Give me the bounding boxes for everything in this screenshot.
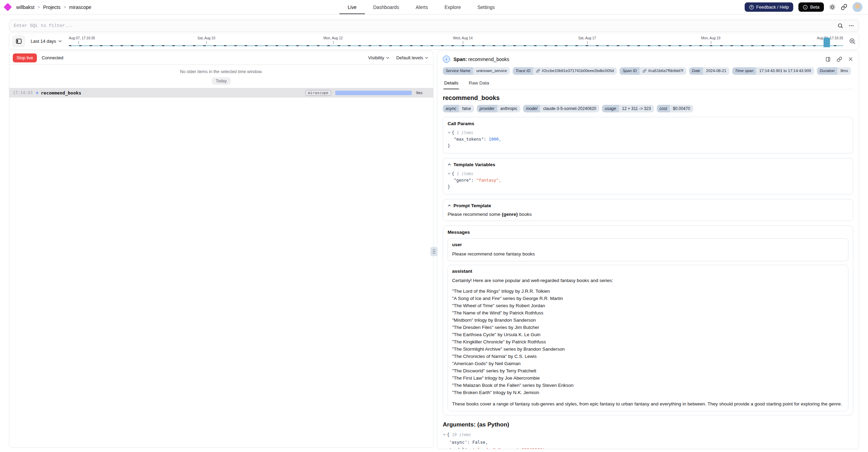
json-value: False, (472, 440, 488, 445)
book-line: "The Dresden Files" series by Jim Butche… (452, 324, 844, 331)
collapse-caret-up-icon[interactable] (448, 163, 451, 166)
collapse-caret-icon[interactable] (448, 172, 451, 175)
sql-filter-icons (837, 23, 854, 29)
section-title-text: Template Variables (453, 162, 495, 167)
arguments-json: {10 items 'async': False, 'model': 'clau… (443, 431, 853, 450)
collapse-caret-icon[interactable] (448, 131, 451, 134)
open-in-sidebar-icon[interactable] (825, 57, 831, 62)
book-list: "The Lord of the Rings" trilogy by J.R.R… (452, 288, 844, 396)
copy-link-icon[interactable] (837, 57, 842, 62)
json-key: "max_tokens": (454, 137, 486, 142)
book-line: "The First Law" trilogy by Joe Abercromb… (452, 374, 844, 382)
nav-tab-settings[interactable]: Settings (469, 0, 503, 14)
visibility-dropdown[interactable]: Visibility (368, 55, 389, 60)
span-function-heading: recommend_books (443, 94, 853, 102)
prompt-template-body: Please recommend some {genre} books (448, 212, 848, 217)
span-info-icon (443, 56, 450, 63)
span-level-diamond-icon: ◆ (36, 91, 39, 94)
project-badge: mirascope (305, 90, 331, 96)
json-line: {1 items (448, 171, 848, 177)
breadcrumb-projects[interactable]: Projects (43, 4, 61, 10)
link-icon (536, 69, 540, 73)
search-icon[interactable] (837, 23, 843, 29)
timeline-tick-label: Mon, Aug 12 (323, 36, 343, 40)
timeline-selection-handle[interactable] (824, 38, 830, 47)
book-line: "The Broken Earth" trilogy by N.K. Jemis… (452, 389, 844, 396)
nav-tab-explore[interactable]: Explore (436, 0, 469, 14)
tab-details[interactable]: Details (443, 80, 459, 89)
nav-tab-live[interactable]: Live (339, 0, 365, 14)
timeline-tick-label: Aug 07, 17:16:35 (69, 36, 95, 40)
user-avatar[interactable] (852, 2, 862, 12)
timeline-track[interactable]: Aug 07, 17:16:35 Sat, Aug 10 Mon, Aug 12… (69, 33, 846, 49)
timeline-tick-mark (206, 41, 207, 44)
attr-value: false (459, 105, 474, 112)
info-circle-icon (803, 5, 808, 10)
beta-label: Beta (810, 4, 819, 10)
attr-value: $0.00470 (670, 105, 693, 112)
json-items-note: 1 items (457, 130, 473, 135)
default-levels-label: Default levels (396, 55, 423, 60)
beta-button[interactable]: Beta (798, 2, 824, 12)
message-text: Please recommend some fantasy books (452, 250, 844, 258)
prompt-text: books (518, 212, 532, 217)
sidebar-toggle-button[interactable] (12, 35, 25, 47)
time-range-select[interactable]: Last 14 days (31, 39, 62, 44)
theme-toggle-icon[interactable] (829, 4, 836, 10)
question-circle-icon (749, 5, 754, 10)
meta-badge-trace-id: Trace ID #2ccbe10b91e371741b00eee2bdbc00… (513, 67, 617, 75)
chevron-right-icon: > (64, 5, 66, 10)
template-variables-title: Template Variables (448, 162, 848, 167)
book-line: "American Gods" by Neil Gaiman (452, 360, 844, 367)
attr-badge-provider: provider anthropic (477, 105, 521, 112)
nav-tab-dashboards[interactable]: Dashboards (365, 0, 408, 14)
message-role: assistant (452, 269, 844, 274)
timeline-bar: Last 14 days Aug 07, 17:16:35 Sat, Aug 1… (9, 33, 859, 50)
trace-duration-bar (335, 91, 412, 95)
json-line: {10 items (443, 431, 853, 439)
trace-row-recommend-books[interactable]: 17:14:43 ◆ recommend_books mirascope 9ms (9, 88, 433, 98)
template-variables-section: Template Variables {1 items "genre": "fa… (443, 158, 853, 194)
stop-live-button[interactable]: Stop live (13, 53, 37, 62)
more-options-icon[interactable] (848, 23, 854, 29)
main-nav: Live Dashboards Alerts Explore Settings (339, 0, 503, 14)
brand-logo-diamond-icon[interactable] (3, 3, 12, 11)
attr-badge-usage: usage 12 + 311 -> 323 (602, 105, 654, 112)
span-header-icons (825, 57, 853, 62)
timeline-tick-mark (333, 41, 334, 44)
panel-resize-grip[interactable] (430, 247, 438, 256)
span-meta-badges: Service Name unknown_service Trace ID #2… (443, 67, 853, 75)
meta-badge-span-id: Span ID #ca51b6a7f5b9dd7f (620, 67, 686, 75)
json-line: } (448, 143, 848, 149)
meta-value[interactable]: #2ccbe10b91e371741b00eee2bdbc005d (533, 67, 617, 75)
share-link-icon[interactable] (841, 4, 847, 10)
collapse-caret-icon[interactable] (443, 433, 446, 436)
json-value: 'claude-3-5-sonnet-20240620', (472, 447, 548, 450)
collapse-caret-up-icon[interactable] (448, 204, 451, 207)
feedback-help-button[interactable]: Feedback / Help (745, 2, 794, 12)
json-close-brace: } (448, 143, 450, 148)
live-panel-header: Stop live Connected Visibility Default l… (9, 51, 433, 65)
span-detail-header: Span: recommend_books (443, 56, 853, 63)
meta-value[interactable]: #ca51b6a7f5b9dd7f (640, 67, 686, 75)
attr-label: cost (657, 105, 670, 112)
book-line: "The Stormlight Archive" series by Brand… (452, 345, 844, 353)
breadcrumb-project[interactable]: mirascope (69, 4, 92, 10)
close-icon[interactable] (848, 57, 853, 62)
meta-label: Duration (817, 67, 837, 75)
attr-label: model (523, 105, 540, 112)
meta-value: unknown_service (473, 67, 510, 75)
json-line: } (448, 184, 848, 190)
call-params-title: Call Params (448, 121, 848, 126)
day-separator-badge: Today (212, 77, 231, 85)
breadcrumb-org[interactable]: willbakst (16, 4, 34, 10)
tab-raw-data[interactable]: Raw Data (468, 80, 490, 89)
sql-filter-input[interactable]: Enter SQL to filter... (9, 20, 859, 32)
default-levels-dropdown[interactable]: Default levels (396, 55, 428, 60)
meta-badge-time-span: Time span 17:14:43.901 to 17:14:43.909 (732, 67, 814, 75)
timeline-zoom-in-button[interactable] (849, 38, 856, 45)
nav-tab-alerts[interactable]: Alerts (407, 0, 436, 14)
prompt-text: Please recommend some (448, 212, 502, 217)
book-line: "The Earthsea Cycle" by Ursula K. Le Gui… (452, 331, 844, 338)
time-range-label: Last 14 days (31, 39, 56, 44)
